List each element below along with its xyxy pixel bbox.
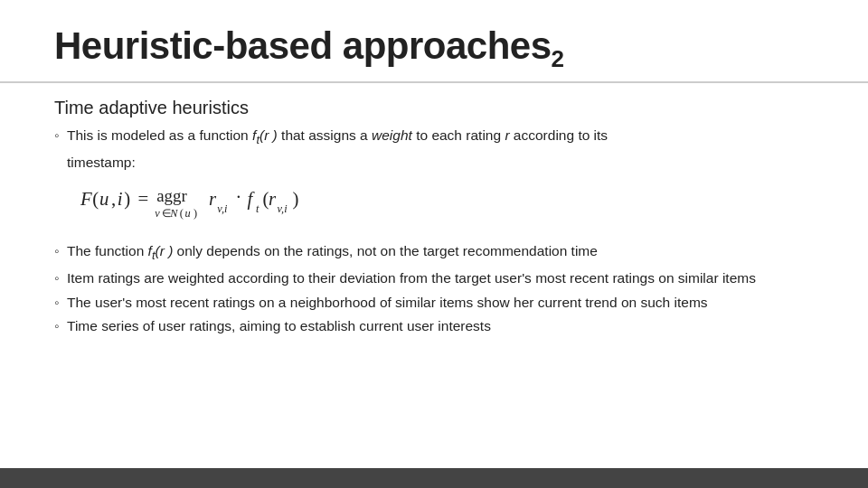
svg-text:v: v: [155, 208, 160, 221]
svg-text:): ): [293, 189, 299, 211]
spacer-1: [54, 234, 814, 241]
svg-text:f: f: [247, 189, 255, 211]
title-section: Heuristic-based approaches2: [0, 0, 868, 83]
svg-text:i: i: [118, 189, 123, 210]
formula-ft-inline-2: ft(r ): [148, 243, 174, 258]
svg-text:): ): [193, 208, 197, 221]
svg-text:F: F: [80, 189, 92, 210]
svg-text:·: ·: [236, 187, 241, 208]
bullet-item-5: Time series of user ratings, aiming to e…: [54, 316, 814, 336]
slide-title: Heuristic-based approaches2: [54, 25, 814, 72]
bullet-item-2: The function ft(r ) only depends on the …: [54, 241, 814, 265]
r-italic: r: [505, 127, 509, 143]
svg-text:u: u: [184, 208, 190, 221]
svg-text:r: r: [269, 189, 277, 210]
svg-text:): ): [124, 189, 130, 211]
svg-text:(: (: [92, 189, 99, 211]
slide-container: Heuristic-based approaches2 Time adaptiv…: [0, 0, 868, 488]
content-section: Time adaptive heuristics This is modeled…: [0, 94, 868, 468]
svg-text:N: N: [169, 208, 178, 221]
svg-text:r: r: [209, 189, 217, 210]
svg-text:=: =: [137, 189, 148, 210]
svg-text:v,i: v,i: [278, 202, 288, 215]
weight-italic: weight: [372, 127, 412, 143]
title-main-text: Heuristic-based approaches: [54, 24, 552, 67]
formula-ft-inline: ft(r ): [252, 127, 278, 143]
bottom-bar: [0, 468, 868, 488]
bullet-1-continuation: timestamp:: [54, 153, 814, 173]
svg-text:t: t: [256, 202, 259, 215]
svg-text:∈: ∈: [162, 208, 171, 221]
bullet-item-3: Item ratings are weighted according to t…: [54, 268, 814, 288]
bullet-item-4: The user's most recent ratings on a neig…: [54, 293, 814, 313]
formula-svg: F ( u , i ) = aggr v ∈ N ( u ) r v,i: [67, 178, 410, 225]
svg-text:(: (: [180, 208, 184, 221]
bullet-item-1: This is modeled as a function ft(r ) tha…: [54, 126, 814, 149]
svg-text:,: ,: [111, 189, 116, 210]
svg-text:u: u: [99, 189, 108, 210]
section-heading: Time adaptive heuristics: [54, 98, 814, 118]
svg-text:aggr: aggr: [156, 186, 187, 205]
title-subscript: 2: [552, 45, 564, 72]
svg-text:v,i: v,i: [217, 202, 228, 215]
formula-block: F ( u , i ) = aggr v ∈ N ( u ) r v,i: [67, 178, 814, 225]
